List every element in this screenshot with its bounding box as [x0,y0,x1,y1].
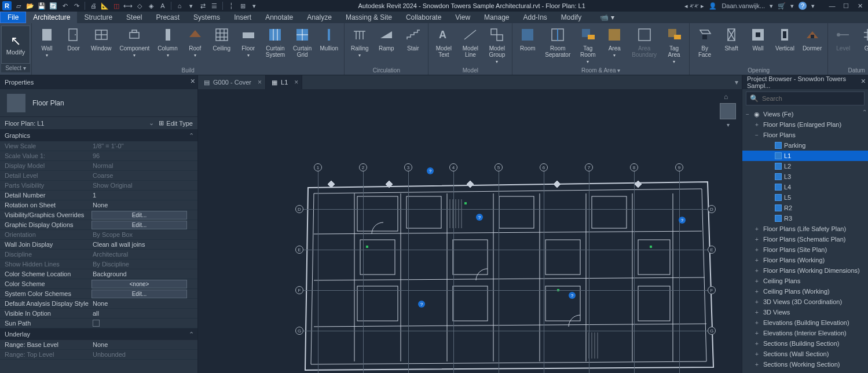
vertical-button[interactable]: Vertical [772,24,798,53]
tree-item[interactable]: L5 [742,192,868,203]
ramp-button[interactable]: Ramp [373,24,399,53]
tree-item[interactable]: +Sections (Working Section) [742,359,868,370]
tree-item[interactable]: +Sections (Wall Section) [742,349,868,359]
grid-bubble-row[interactable]: E [295,246,303,254]
tag-room-button[interactable]: TagRoom▾ [575,24,600,66]
help-marker-icon[interactable]: ? [569,292,576,299]
help-dropdown-icon[interactable]: ▾ [811,2,815,10]
select-dropdown[interactable]: Select ▾ [1,64,30,72]
tab-close-button[interactable]: × [258,78,262,86]
menu-tab-precast[interactable]: Precast [149,12,186,23]
tree-toggle-icon[interactable]: + [755,226,761,232]
menu-tab-systems[interactable]: Systems [186,12,227,23]
tree-item[interactable]: −◉Views (Fe) [742,109,868,119]
property-value[interactable]: 1 [91,192,197,199]
menu-tab-structure[interactable]: Structure [77,12,119,23]
property-value[interactable]: Coarse [91,172,197,179]
tree-item[interactable]: L1 [742,151,868,161]
ceiling-button[interactable]: Ceiling [209,24,235,53]
curtain-grid-button[interactable]: CurtainGrid [290,24,315,59]
help-marker-icon[interactable]: ? [476,214,483,221]
tree-item[interactable]: +3D Views (3D Coordination) [742,297,868,307]
tree-item[interactable]: +Sections (Building Section) [742,338,868,349]
menu-tab-collaborate[interactable]: Collaborate [399,12,448,23]
roof-button[interactable]: Roof▾ [182,24,208,60]
tree-toggle-icon[interactable]: + [755,236,761,243]
property-checkbox[interactable] [93,320,100,327]
tree-item[interactable]: L3 [742,171,868,182]
qat-thin-icon[interactable]: ╎ [226,1,236,10]
model-text-button[interactable]: AModelText [431,24,456,59]
qat-text-icon[interactable]: A [158,1,167,10]
menu-tab-analyze[interactable]: Analyze [300,12,339,23]
grid-button[interactable]: Grid [857,24,868,53]
help-marker-icon[interactable]: ? [679,217,686,224]
edit-type-button[interactable]: ⊞ Edit Type [159,119,193,127]
grid-bubble-col[interactable]: 8 [630,163,638,171]
collab-icon[interactable]: ◂ 𐤀𐤀 ▸ [684,2,704,10]
grid-bubble-col[interactable]: 1 [314,163,322,171]
type-selector[interactable]: Floor Plan [0,89,197,117]
view-cube-menu-icon[interactable]: ▾ [727,122,730,128]
browser-search[interactable]: 🔍 [746,92,865,105]
grid-bubble-col[interactable]: 9 [675,163,683,171]
room-separator-button[interactable]: RoomSeparator [541,24,574,59]
menu-tab-add-ins[interactable]: Add-Ins [516,12,554,23]
view-cube-face[interactable] [720,103,736,119]
tree-toggle-icon[interactable]: + [755,361,761,368]
qat-redo-icon[interactable]: ↷ [72,1,81,10]
property-edit-button[interactable]: <none> [91,280,187,288]
tree-toggle-icon[interactable]: + [755,309,761,316]
property-value[interactable]: Background [91,270,197,277]
grid-bubble-col[interactable]: 7 [585,163,593,171]
qat-close-hidden-icon[interactable]: ⊞ [238,1,247,10]
tree-item[interactable]: +Elevations (Building Elevation) [742,317,868,328]
tree-toggle-icon[interactable]: + [755,341,761,347]
qat-save-icon[interactable]: 💾 [37,1,46,10]
by-face-button[interactable]: ByFace [692,24,717,59]
stair-button[interactable]: Stair [400,24,426,53]
document-tab[interactable]: ▤G000 - Cover× [198,75,266,89]
wall-opening-button[interactable]: Wall [745,24,771,53]
mullion-button[interactable]: Mullion [316,24,342,53]
property-value[interactable]: all [91,310,197,317]
grid-bubble-col[interactable]: 2 [359,163,367,171]
view-cube-home-icon[interactable]: ⌂ [724,93,732,101]
tree-toggle-icon[interactable]: + [755,351,761,357]
wall-button[interactable]: Wall▾ [34,24,60,60]
menu-tab-massing-site[interactable]: Massing & Site [339,12,399,23]
browser-close-button[interactable]: × [861,76,866,86]
tree-item[interactable]: +Ceiling Plans (Working) [742,286,868,297]
property-value[interactable]: Normal [91,162,197,169]
tree-toggle-icon[interactable]: + [755,278,761,284]
grid-bubble-row[interactable]: F [295,286,303,294]
dormer-button[interactable]: Dormer [799,24,825,53]
grid-bubble-row[interactable]: D [708,205,716,213]
tree-item[interactable]: L4 [742,182,868,192]
tag-area-button[interactable]: TagArea▾ [661,24,687,66]
property-value[interactable]: Unbounded [91,351,197,358]
tree-item[interactable]: +Floor Plans (Schematic Plan) [742,234,868,244]
instance-dropdown-icon[interactable]: ⌄ [149,119,154,127]
grid-bubble-col[interactable]: 3 [404,163,412,171]
grid-bubble-col[interactable]: 5 [495,163,503,171]
area-boundary-button[interactable]: AreaBoundary [628,24,660,59]
tree-item[interactable]: +Floor Plans (Working) [742,255,868,265]
menu-tab-modify[interactable]: Modify [554,12,588,23]
menu-tab-architecture[interactable]: Architecture [26,12,77,23]
tree-item[interactable]: +Floor Plans (Site Plan) [742,244,868,255]
property-edit-button[interactable]: Edit... [91,211,187,220]
qat-measure-icon[interactable]: 📐 [100,1,109,10]
property-value[interactable]: Architectural [91,251,197,258]
property-value[interactable]: None [91,300,197,307]
revit-logo-icon[interactable]: R [2,1,12,10]
tree-item[interactable]: +Floor Plans (Enlarged Plan) [742,119,868,130]
tree-toggle-icon[interactable]: + [755,288,761,295]
tree-item[interactable]: +3D Views [742,307,868,317]
instance-label[interactable]: Floor Plan: L1 [5,120,44,127]
qat-customize-icon[interactable]: ▾ [250,1,259,10]
property-value[interactable]: By Discipline [91,261,197,268]
property-group-header[interactable]: Underlay⌃ [0,328,197,340]
tree-toggle-icon[interactable]: + [755,330,761,337]
property-value[interactable]: Clean all wall joins [91,241,197,248]
